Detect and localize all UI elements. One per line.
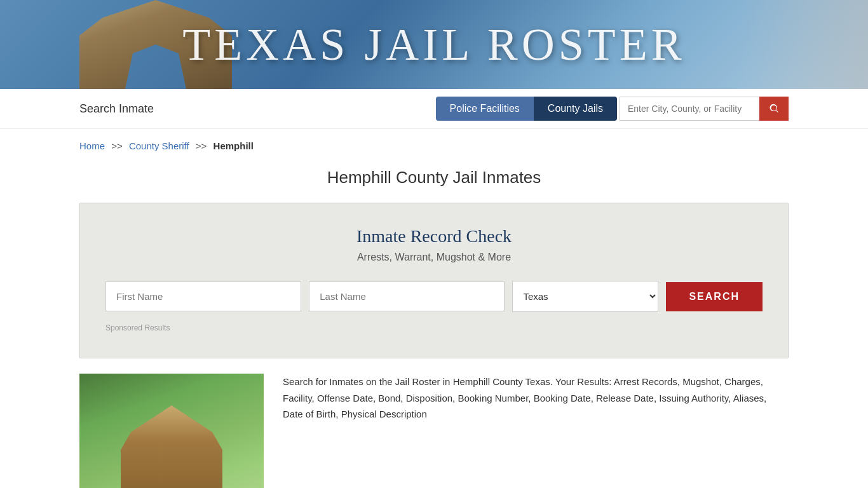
- record-check-box: Inmate Record Check Arrests, Warrant, Mu…: [79, 203, 789, 358]
- record-check-form: AlabamaAlaskaArizonaArkansasCaliforniaCo…: [105, 281, 763, 312]
- courthouse-building: [121, 405, 222, 488]
- breadcrumb-county-sheriff[interactable]: County Sheriff: [129, 140, 189, 151]
- state-select[interactable]: AlabamaAlaskaArizonaArkansasCaliforniaCo…: [512, 281, 658, 312]
- page-title: Hemphill County Jail Inmates: [0, 168, 868, 187]
- record-check-title: Inmate Record Check: [105, 226, 763, 247]
- sponsored-label: Sponsored Results: [105, 323, 763, 332]
- police-facilities-tab[interactable]: Police Facilities: [436, 97, 534, 121]
- facility-search-wrap: [620, 97, 789, 121]
- courthouse-image: [79, 374, 264, 488]
- bottom-section: Search for Inmates on the Jail Roster in…: [0, 374, 868, 488]
- breadcrumb-separator-2: >>: [196, 140, 207, 151]
- last-name-input[interactable]: [309, 281, 505, 311]
- keys-image: [741, 0, 868, 89]
- bottom-description: Search for Inmates on the Jail Roster in…: [283, 374, 789, 423]
- breadcrumb-home[interactable]: Home: [79, 140, 105, 151]
- first-name-input[interactable]: [105, 281, 301, 311]
- facility-search-input[interactable]: [620, 97, 759, 121]
- site-title: Texas Jail Roster: [182, 18, 685, 71]
- nav-tabs: Police Facilities County Jails: [436, 97, 617, 121]
- search-icon: [768, 103, 780, 114]
- nav-bar: Search Inmate Police Facilities County J…: [0, 89, 868, 129]
- search-inmate-label: Search Inmate: [79, 102, 154, 116]
- breadcrumb-current: Hemphill: [214, 140, 254, 151]
- breadcrumb: Home >> County Sheriff >> Hemphill: [0, 129, 868, 158]
- facility-search-button[interactable]: [759, 97, 789, 121]
- county-jails-tab[interactable]: County Jails: [534, 97, 617, 121]
- inmate-search-button[interactable]: SEARCH: [666, 282, 763, 311]
- breadcrumb-separator-1: >>: [111, 140, 123, 151]
- record-check-subtitle: Arrests, Warrant, Mugshot & More: [105, 252, 763, 263]
- header-banner: Texas Jail Roster: [0, 0, 868, 89]
